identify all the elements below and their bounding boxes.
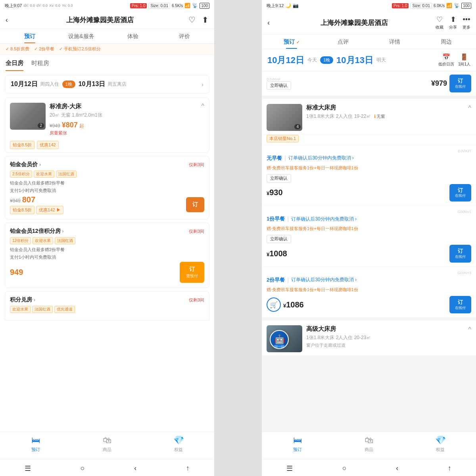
nav-booking-label: 预订 bbox=[31, 447, 40, 453]
price-tag-2: 优惠142 ▶ bbox=[36, 206, 63, 214]
right-room-toggle-1[interactable]: ^ bbox=[468, 105, 471, 112]
calendar-button[interactable]: 📅 低价日历 bbox=[438, 53, 454, 67]
nav-benefits[interactable]: 💎 权益 bbox=[143, 435, 214, 453]
home-button[interactable]: ○ bbox=[73, 463, 93, 474]
right-back-button[interactable]: ‹ bbox=[267, 19, 270, 27]
check-out-info: 10月13日 周五离店 bbox=[79, 80, 127, 88]
tab-reviews[interactable]: 评价 bbox=[159, 29, 210, 43]
status-dx: dX: 0.0 bbox=[23, 4, 35, 8]
right-recent-button[interactable]: ↑ bbox=[440, 463, 459, 474]
right-header: ‹ 上海外滩豫园美居酒店 ♡ 收藏 ⬆ 分享 ••• 更多 bbox=[262, 11, 476, 35]
share-button[interactable]: ⬆ bbox=[202, 15, 209, 25]
room-specs: 20㎡ 无窗 1.8m*2.0m1张 bbox=[50, 112, 204, 119]
tag-wine-2: 法国红酒 bbox=[55, 237, 75, 244]
promo-1: ✓ 8.5折房费 bbox=[6, 46, 29, 52]
room-icon: 🚪 bbox=[460, 53, 468, 61]
back-sys-button[interactable]: ‹ bbox=[126, 463, 144, 474]
ai-bot-button[interactable]: 🤖 问一问 bbox=[270, 330, 289, 349]
cart-button[interactable]: 🛒 bbox=[267, 298, 281, 312]
tab-hourly[interactable]: 时租房 bbox=[31, 60, 49, 71]
tab-facilities[interactable]: 设施&服务 bbox=[56, 29, 107, 43]
room-price-area: ¥949 ¥807 起 bbox=[50, 121, 204, 129]
option-order-btn-1[interactable]: 订 在线付 bbox=[449, 184, 471, 202]
nights-badge: 1晚 bbox=[62, 81, 75, 88]
prev-confirm-btn[interactable]: 立即确认 bbox=[267, 81, 291, 90]
right-share-btn[interactable]: ⬆ 分享 bbox=[449, 15, 457, 30]
nav-goods[interactable]: 🛍 商品 bbox=[71, 435, 143, 453]
membership-desc-1: 铂金会员入住最多赠2份早餐 bbox=[10, 180, 204, 186]
membership-desc-2: 铂金会员入住最多赠2份早餐 bbox=[10, 247, 204, 253]
status-left: 晚上9:07 dX: 0.0 dY: 0.0 Xv: 0.0 Yv: 0.0 bbox=[5, 3, 73, 9]
header-icons: ♡ ⬆ bbox=[188, 15, 209, 25]
right-tab-nearby[interactable]: 周边 bbox=[420, 35, 472, 49]
standard-double-specs: 1张1.8米大床 2人入住 19-22㎡ ℹ 无窗 bbox=[306, 113, 464, 120]
check-out-date: 10月13日 bbox=[79, 80, 106, 88]
right-sys-nav: ☰ ○ ‹ ↑ bbox=[262, 459, 476, 476]
room-urgent: 房量紧张 bbox=[50, 130, 204, 136]
meal-type-2: 1份早餐 bbox=[267, 215, 285, 223]
room-toggle-icon[interactable]: ^ bbox=[201, 103, 204, 110]
calendar-icon: 📅 bbox=[442, 53, 450, 61]
room-card-header: 2 标准房-大床 20㎡ 无窗 1.8m*2.0m1张 ¥949 ¥807 起 … bbox=[5, 98, 209, 141]
right-tab-booking[interactable]: 预订 ✓ bbox=[266, 35, 317, 49]
membership-urgent-3: 仅剩3间 bbox=[189, 297, 204, 303]
right-wifi-icon: 📡 bbox=[454, 3, 460, 8]
room-selector[interactable]: 🚪 1间1人 bbox=[458, 53, 470, 67]
back-button[interactable]: ‹ bbox=[6, 16, 8, 24]
order-button-2[interactable]: 订 需预付 bbox=[180, 262, 204, 283]
recent-button[interactable]: ↑ bbox=[178, 463, 198, 474]
left-panel: 晚上9:07 dX: 0.0 dY: 0.0 Xv: 0.0 Yv: 0.0 P… bbox=[0, 0, 214, 476]
tab-booking[interactable]: 预订 bbox=[4, 29, 56, 43]
prev-order-btn[interactable]: 订 在线付 bbox=[449, 75, 471, 92]
superior-img-container: 🤖 问一问 bbox=[267, 325, 302, 352]
right-back-sys-button[interactable]: ‹ bbox=[388, 463, 406, 474]
prev-room-info: DJVHAF 立即确认 bbox=[267, 77, 291, 90]
right-home-button[interactable]: ○ bbox=[334, 463, 355, 474]
standard-double-img[interactable]: 4 bbox=[267, 104, 302, 131]
nav-booking[interactable]: 🛏 预订 bbox=[0, 435, 71, 453]
option-confirm-2[interactable]: 立即确认 bbox=[267, 235, 291, 243]
favorite-button[interactable]: ♡ bbox=[188, 15, 196, 25]
option-price-2: ¥1008 bbox=[267, 249, 287, 258]
prev-room-price: ¥979 bbox=[431, 79, 447, 88]
left-status-bar: 晚上9:07 dX: 0.0 dY: 0.0 Xv: 0.0 Yv: 0.0 P… bbox=[0, 0, 214, 11]
right-more-btn[interactable]: ••• 更多 bbox=[463, 15, 470, 30]
status-xv: Xv: 0.0 bbox=[49, 4, 60, 8]
cancel-policy-3: 订单确认后30分钟内免费取消 › bbox=[291, 276, 357, 283]
right-nav-booking[interactable]: 🛏 预订 bbox=[262, 435, 333, 453]
right-status-time: 晚上9:12 bbox=[267, 3, 284, 9]
right-date-actions: 📅 低价日历 🚪 1间1人 bbox=[438, 53, 470, 67]
option-order-btn-2[interactable]: 订 在线付 bbox=[449, 245, 471, 263]
right-room-toggle-2[interactable]: ^ bbox=[468, 326, 471, 333]
original-price: ¥949 bbox=[50, 123, 60, 129]
promo-2: ✓ 2份早餐 bbox=[34, 46, 54, 52]
tab-full-day[interactable]: 全日房 bbox=[6, 60, 23, 71]
right-menu-button[interactable]: ☰ bbox=[278, 463, 301, 474]
tab-experience[interactable]: 体验 bbox=[107, 29, 159, 43]
option-confirm-1[interactable]: 立即确认 bbox=[267, 174, 291, 182]
membership-header-2: 铂金会员12倍积分房 › 仅剩3间 bbox=[10, 228, 204, 235]
membership-urgent-1: 仅剩3间 bbox=[189, 162, 204, 168]
date-selector[interactable]: 10月12日 周四入住 1晚 10月13日 周五离店 › bbox=[5, 75, 209, 94]
room-image[interactable]: 2 bbox=[10, 103, 46, 130]
panel-divider bbox=[214, 0, 262, 476]
standard-double-info: 标准大床房 1张1.8米大床 2人入住 19-22㎡ ℹ 无窗 bbox=[306, 104, 464, 131]
right-tomorrow-label: 明天 bbox=[376, 57, 386, 63]
prev-room-id: DJVHAF bbox=[267, 77, 291, 81]
order-button-1[interactable]: 订 bbox=[186, 197, 204, 212]
right-more-icon: ••• bbox=[463, 15, 470, 24]
promo-bar: ✓ 8.5折房费 ✓ 2份早餐 ✓ 手机预订2.5倍积分 bbox=[0, 44, 214, 55]
right-nav-goods[interactable]: 🛍 商品 bbox=[333, 435, 405, 453]
right-nav-benefits[interactable]: 💎 权益 bbox=[405, 435, 476, 453]
membership-price-row-1: ¥949 807 铂金8.5折 优惠142 ▶ 订 bbox=[10, 195, 204, 214]
standard-double-img-container: 4 bbox=[267, 104, 302, 131]
right-favorite-btn[interactable]: ♡ 收藏 bbox=[436, 15, 443, 30]
membership-header-1: 铂金会员价 › 仅剩3间 bbox=[10, 161, 204, 168]
tag-item-3: 法国红酒 bbox=[56, 171, 77, 178]
menu-button[interactable]: ☰ bbox=[17, 463, 39, 474]
option-order-btn-3[interactable]: 订 在线付 bbox=[449, 296, 471, 314]
price-tag-1: 铂金8.5折 bbox=[10, 206, 35, 214]
left-tab-bar: 预订 设施&服务 体验 评价 bbox=[0, 29, 214, 44]
right-tab-details[interactable]: 详情 bbox=[369, 35, 420, 49]
right-tab-reviews[interactable]: 点评 bbox=[317, 35, 369, 49]
